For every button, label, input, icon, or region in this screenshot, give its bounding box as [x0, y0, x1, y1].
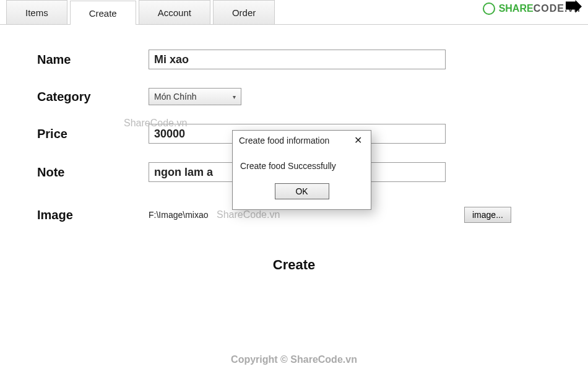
input-name[interactable] — [149, 50, 446, 69]
select-category-value: Món Chính — [154, 92, 196, 102]
image-browse-button[interactable]: image... — [464, 207, 511, 223]
chevron-down-icon: ▾ — [233, 93, 236, 100]
ok-button[interactable]: OK — [275, 183, 329, 199]
dialog-title-text: Create food information — [239, 136, 329, 145]
label-image: Image — [37, 208, 149, 222]
select-category[interactable]: Món Chính ▾ — [149, 88, 241, 105]
dialog-titlebar: Create food information ✕ — [233, 131, 371, 150]
logo-icon — [483, 2, 495, 15]
row-create-action: Create — [37, 257, 551, 273]
row-name: Name — [37, 50, 551, 69]
dialog-message: Create food Successfully — [233, 150, 371, 177]
image-path-text: F:\Image\mixao — [149, 210, 446, 220]
tab-account[interactable]: Account — [139, 0, 210, 24]
label-note: Note — [37, 165, 149, 180]
tab-order[interactable]: Order — [213, 0, 275, 24]
footer-copyright: Copyright © ShareCode.vn — [0, 354, 588, 365]
dialog-footer: OK — [233, 177, 371, 209]
label-price: Price — [37, 127, 149, 141]
label-name: Name — [37, 53, 149, 67]
tab-create[interactable]: Create — [70, 1, 136, 25]
close-icon[interactable]: ✕ — [352, 134, 365, 146]
label-category: Category — [37, 90, 149, 104]
create-button[interactable]: Create — [273, 257, 315, 273]
row-category: Category Món Chính ▾ — [37, 88, 551, 105]
dialog-create-food: Create food information ✕ Create food Su… — [232, 130, 371, 210]
tab-items[interactable]: Items — [6, 0, 67, 24]
